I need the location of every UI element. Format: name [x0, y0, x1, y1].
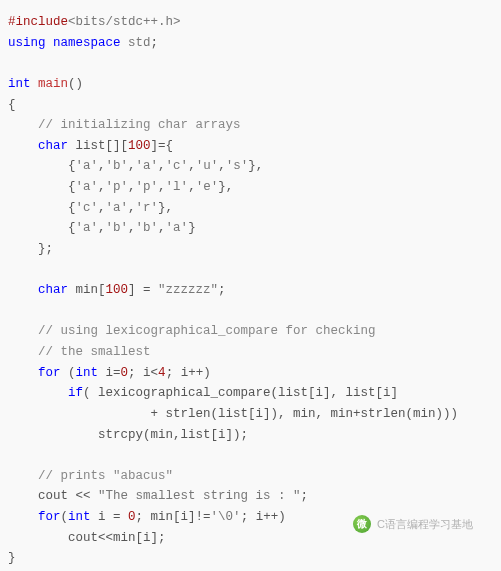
code-token: }	[188, 221, 196, 235]
code-token: // the smallest	[38, 345, 151, 359]
code-token: }	[8, 551, 16, 565]
code-line: cout<<min[i];	[8, 531, 166, 545]
code-token: ()	[68, 77, 83, 91]
code-token: 'a'	[76, 159, 99, 173]
code-token: ]={	[151, 139, 174, 153]
code-token: main	[38, 77, 68, 91]
code-line: {'a','b','b','a'}	[8, 221, 196, 235]
code-token: 'b'	[106, 221, 129, 235]
code-token: 'p'	[136, 180, 159, 194]
code-token: int	[8, 77, 31, 91]
code-token: int	[68, 510, 91, 524]
code-token: "zzzzzz"	[158, 283, 218, 297]
code-token	[8, 386, 68, 400]
code-line: using namespace std;	[8, 36, 158, 50]
code-token: },	[218, 180, 233, 194]
code-token: 'a'	[106, 201, 129, 215]
code-token: ;	[151, 36, 159, 50]
code-line: }	[8, 551, 16, 565]
code-token: (	[61, 510, 69, 524]
code-token: };	[8, 242, 53, 256]
code-block: #include<bits/stdc++.h> using namespace …	[8, 12, 493, 569]
code-token: ,	[98, 180, 106, 194]
code-token: {	[8, 159, 76, 173]
code-token: 0	[121, 366, 129, 380]
code-token: namespace	[53, 36, 121, 50]
code-token: 'l'	[166, 180, 189, 194]
code-token	[31, 77, 39, 91]
code-line: // using lexicographical_compare for che…	[8, 324, 376, 338]
code-token: ,	[218, 159, 226, 173]
code-token	[8, 118, 38, 132]
code-token: 'e'	[196, 180, 219, 194]
code-line: {'a','b','a','c','u','s'},	[8, 159, 263, 173]
code-line: + strlen(list[i]), min, min+strlen(min))…	[8, 407, 458, 421]
code-line: };	[8, 242, 53, 256]
code-token: 'b'	[136, 221, 159, 235]
code-token	[46, 36, 54, 50]
code-line: // initializing char arrays	[8, 118, 241, 132]
code-token: {	[8, 221, 76, 235]
watermark-text: C语言编程学习基地	[377, 515, 473, 533]
code-token	[8, 283, 38, 297]
code-line: cout << "The smallest string is : ";	[8, 489, 308, 503]
wechat-logo-icon: 微	[353, 515, 371, 533]
code-token: char	[38, 283, 68, 297]
code-token: cout <<	[8, 489, 98, 503]
code-token: list[][	[68, 139, 128, 153]
code-token: 'a'	[166, 221, 189, 235]
code-token: int	[76, 366, 99, 380]
code-token	[121, 36, 129, 50]
code-token: ,	[188, 180, 196, 194]
code-token: 0	[128, 510, 136, 524]
code-token: ] =	[128, 283, 158, 297]
code-line: {	[8, 98, 16, 112]
code-token: 'c'	[76, 201, 99, 215]
code-token	[8, 345, 38, 359]
code-token: std	[128, 36, 151, 50]
code-token: {	[8, 201, 76, 215]
code-token: ,	[128, 221, 136, 235]
code-token: // initializing char arrays	[38, 118, 241, 132]
code-token: ; min[i]!=	[136, 510, 211, 524]
code-token: 100	[128, 139, 151, 153]
code-token: #include	[8, 15, 68, 29]
code-token: {	[8, 180, 76, 194]
code-token: // using lexicographical_compare for che…	[38, 324, 376, 338]
code-token: 'p'	[106, 180, 129, 194]
code-token: for	[38, 510, 61, 524]
code-line: {'a','p','p','l','e'},	[8, 180, 233, 194]
code-line: for(int i = 0; min[i]!='\0'; i++)	[8, 510, 286, 524]
code-line: #include<bits/stdc++.h>	[8, 15, 181, 29]
code-token: ,	[128, 201, 136, 215]
code-line: strcpy(min,list[i]);	[8, 428, 248, 442]
code-token: using	[8, 36, 46, 50]
code-token: cout<<min[i];	[8, 531, 166, 545]
code-token	[8, 139, 38, 153]
code-token: ,	[98, 159, 106, 173]
code-token: i=	[98, 366, 121, 380]
code-token: ,	[128, 159, 136, 173]
code-token: ( lexicographical_compare(list[i], list[…	[83, 386, 398, 400]
code-token: ,	[128, 180, 136, 194]
code-token: 'u'	[196, 159, 219, 173]
code-token: 's'	[226, 159, 249, 173]
code-token: 4	[158, 366, 166, 380]
code-token: ,	[98, 201, 106, 215]
code-token	[8, 324, 38, 338]
code-token: },	[248, 159, 263, 173]
code-token: 'a'	[76, 221, 99, 235]
code-line: char min[100] = "zzzzzz";	[8, 283, 226, 297]
code-line: for (int i=0; i<4; i++)	[8, 366, 211, 380]
code-line: // prints "abacus"	[8, 469, 173, 483]
code-token: (	[61, 366, 76, 380]
code-token: for	[38, 366, 61, 380]
code-token: ,	[158, 180, 166, 194]
code-line: char list[][100]={	[8, 139, 173, 153]
code-line: int main()	[8, 77, 83, 91]
code-token: "The smallest string is : "	[98, 489, 301, 503]
code-token: ;	[218, 283, 226, 297]
code-token: ,	[158, 159, 166, 173]
code-token: '\0'	[211, 510, 241, 524]
code-token: char	[38, 139, 68, 153]
